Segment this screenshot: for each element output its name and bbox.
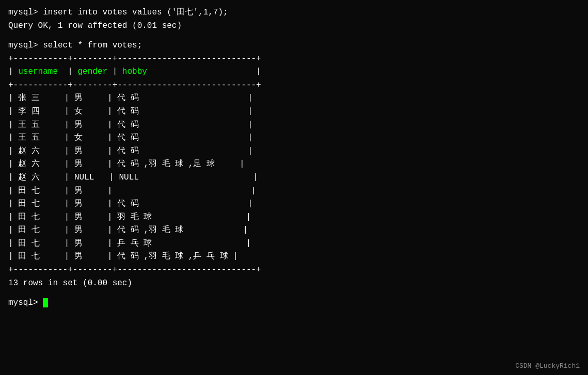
col-header: gender bbox=[77, 67, 107, 76]
result-text: Query OK, 1 row affected (0.01 sec) bbox=[8, 21, 182, 30]
table-border: +-----------+--------+------------------… bbox=[8, 54, 261, 63]
terminal-line: +-----------+--------+------------------… bbox=[8, 53, 580, 66]
terminal-line bbox=[8, 32, 580, 39]
table-row: | 赵 六 | 男 | 代 码 ,羽 毛 球 ,足 球 | bbox=[8, 159, 245, 169]
table-row: | 赵 六 | 男 | 代 码 | bbox=[8, 146, 253, 156]
terminal-line: | username | gender | hobby | bbox=[8, 66, 580, 79]
terminal-line: | 王 五 | 男 | 代 码 | bbox=[8, 119, 580, 132]
terminal: mysql> insert into votes values ('田七',1,… bbox=[8, 6, 580, 369]
terminal-line: | 田 七 | 男 | | bbox=[8, 185, 580, 198]
table-header-row: | username | gender | hobby | bbox=[8, 67, 261, 76]
terminal-line: | 赵 六 | NULL | NULL | bbox=[8, 171, 580, 185]
prompt-text: mysql> bbox=[8, 298, 43, 307]
col-header: username bbox=[18, 67, 58, 76]
table-row: | 李 四 | 女 | 代 码 | bbox=[8, 107, 253, 116]
terminal-line: 13 rows in set (0.00 sec) bbox=[8, 277, 580, 290]
table-row: | 田 七 | 男 | 代 码 ,羽 毛 球 ,乒 乓 球 | bbox=[8, 252, 238, 261]
table-row: | 田 七 | 男 | 代 码 | bbox=[8, 199, 253, 208]
table-row: | 张 三 | 男 | 代 码 | bbox=[8, 93, 253, 103]
col-header: hobby bbox=[122, 67, 147, 76]
prompt-text: mysql> insert into votes values ('田七',1,… bbox=[8, 8, 228, 17]
terminal-line: | 田 七 | 男 | 代 码 ,羽 毛 球 ,乒 乓 球 | bbox=[8, 250, 580, 264]
terminal-line: | 李 四 | 女 | 代 码 | bbox=[8, 105, 580, 119]
terminal-line: | 赵 六 | 男 | 代 码 | bbox=[8, 145, 580, 158]
table-row: | 王 五 | 男 | 代 码 | bbox=[8, 120, 253, 129]
terminal-line: | 田 七 | 男 | 乒 乓 球 | bbox=[8, 237, 580, 251]
table-row: | 田 七 | 男 | 羽 毛 球 | bbox=[8, 213, 251, 222]
result-text: 13 rows in set (0.00 sec) bbox=[8, 279, 132, 288]
table-row: | 田 七 | 男 | | bbox=[8, 186, 256, 195]
terminal-line: mysql> select * from votes; bbox=[8, 39, 580, 53]
table-row: | 田 七 | 男 | 乒 乓 球 | bbox=[8, 239, 251, 248]
table-border: +-----------+--------+------------------… bbox=[8, 265, 261, 274]
terminal-line: | 赵 六 | 男 | 代 码 ,羽 毛 球 ,足 球 | bbox=[8, 158, 580, 171]
terminal-line: | 田 七 | 男 | 羽 毛 球 | bbox=[8, 211, 580, 224]
table-row: | 王 五 | 女 | 代 码 | bbox=[8, 133, 253, 142]
terminal-line: mysql> insert into votes values ('田七',1,… bbox=[8, 6, 580, 20]
watermark-text: CSDN @LuckyRich1 bbox=[515, 362, 580, 370]
table-row: | 田 七 | 男 | 代 码 ,羽 毛 球 | bbox=[8, 225, 248, 235]
terminal-line: | 张 三 | 男 | 代 码 | bbox=[8, 92, 580, 105]
terminal-line: | 田 七 | 男 | 代 码 | bbox=[8, 198, 580, 211]
terminal-line bbox=[8, 290, 580, 297]
cursor bbox=[43, 298, 48, 307]
table-row: | 赵 六 | NULL | NULL | bbox=[8, 173, 258, 182]
terminal-line: +-----------+--------+------------------… bbox=[8, 79, 580, 92]
terminal-line: Query OK, 1 row affected (0.01 sec) bbox=[8, 20, 580, 33]
prompt-text: mysql> select * from votes; bbox=[8, 41, 142, 50]
terminal-line: | 田 七 | 男 | 代 码 ,羽 毛 球 | bbox=[8, 224, 580, 237]
terminal-line: +-----------+--------+------------------… bbox=[8, 264, 580, 277]
terminal-line: mysql> bbox=[8, 297, 580, 310]
terminal-line: | 王 五 | 女 | 代 码 | bbox=[8, 132, 580, 145]
table-border: +-----------+--------+------------------… bbox=[8, 80, 261, 90]
